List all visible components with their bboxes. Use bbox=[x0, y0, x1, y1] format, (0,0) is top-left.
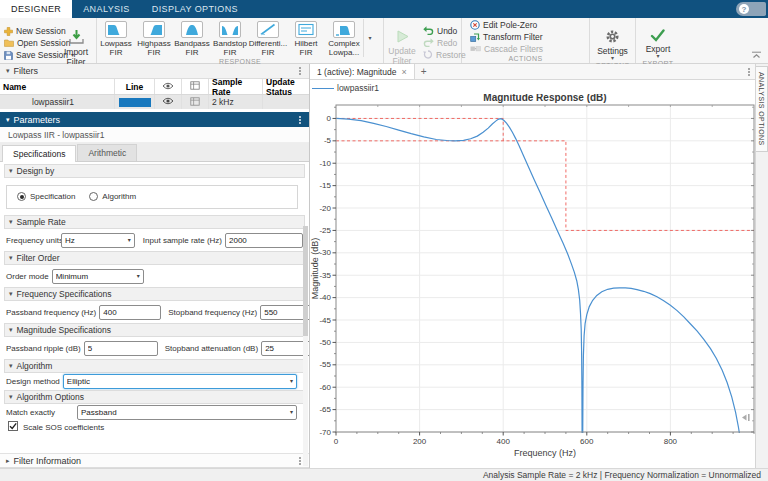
response-gallery-dropdown[interactable]: ▾ bbox=[363, 19, 376, 57]
expand-chevron-icon: ▸ bbox=[6, 457, 10, 465]
filter-information-header[interactable]: ▸ Filter Information bbox=[0, 453, 309, 468]
magnitude-plot-tab[interactable]: 1 (active): Magnitude × bbox=[310, 64, 415, 79]
restore-button[interactable]: Restore bbox=[421, 49, 468, 60]
svg-text:-5: -5 bbox=[324, 136, 332, 145]
help-icon: ? bbox=[739, 4, 749, 14]
filter-table-row[interactable]: lowpassiir1 2 kHz bbox=[0, 95, 309, 109]
col-visibility[interactable] bbox=[155, 79, 182, 94]
plot-tabbar: 1 (active): Magnitude × + bbox=[310, 64, 755, 80]
section-sample-rate[interactable]: ▾ Sample Rate bbox=[4, 215, 305, 229]
bandpass-fir-button[interactable]: Bandpass FIR bbox=[173, 19, 211, 57]
design-method-combo[interactable]: Elliptic ▾ bbox=[63, 374, 297, 389]
toolstrip: New Session Open Session Save Session bbox=[0, 18, 768, 64]
edit-pole-zero-button[interactable]: Edit Pole-Zero bbox=[468, 19, 545, 30]
collapse-chevron-icon: ▾ bbox=[6, 67, 10, 75]
hilbert-fir-button[interactable]: Hilbert FIR bbox=[287, 19, 325, 57]
redo-button[interactable]: Redo bbox=[421, 37, 468, 48]
highpass-fir-button[interactable]: Highpass FIR bbox=[135, 19, 173, 57]
col-name[interactable]: Name bbox=[0, 79, 115, 94]
eye-icon bbox=[162, 97, 174, 107]
line-color-swatch[interactable] bbox=[119, 98, 151, 107]
match-exactly-label: Match exactly bbox=[6, 408, 74, 417]
col-annotation[interactable] bbox=[182, 79, 209, 94]
actions-section: Edit Pole-Zero Transform Filter Cascade … bbox=[462, 18, 590, 63]
order-mode-combo[interactable]: Minimum ▾ bbox=[52, 269, 144, 284]
passband-frequency-field[interactable] bbox=[99, 305, 161, 320]
transform-filter-button[interactable]: Transform Filter bbox=[468, 31, 545, 42]
section-algorithm-options[interactable]: ▾ Algorithm Options bbox=[4, 390, 305, 404]
svg-text:-15: -15 bbox=[319, 181, 331, 190]
undo-button[interactable]: Undo bbox=[421, 25, 468, 36]
export-button[interactable]: Export ▾ bbox=[642, 19, 675, 59]
new-session-button[interactable]: New Session bbox=[2, 26, 58, 37]
complex-lowpass-button[interactable]: Complex Lowpa... bbox=[325, 19, 363, 57]
parameters-menu-icon[interactable] bbox=[296, 116, 303, 124]
annotation-toggle[interactable] bbox=[182, 95, 209, 109]
section-filter-order[interactable]: ▾ Filter Order bbox=[4, 251, 305, 265]
cascade-filters-button[interactable]: Cascade Filters bbox=[468, 43, 545, 54]
tab-designer[interactable]: DESIGNER bbox=[0, 0, 72, 18]
frequency-units-label: Frequency units bbox=[6, 236, 58, 245]
actions-caption: ACTIONS bbox=[462, 54, 589, 64]
filter-order-row: Order mode Minimum ▾ bbox=[0, 265, 309, 287]
chevron-down-icon: ▾ bbox=[290, 410, 293, 415]
new-session-icon bbox=[4, 27, 13, 36]
filters-panel-header[interactable]: ▾ Filters bbox=[0, 64, 309, 79]
differentiator-fir-button[interactable]: Differenti... FIR bbox=[249, 19, 287, 57]
radio-algorithm[interactable]: Algorithm bbox=[89, 192, 136, 201]
magnitude-response-plot[interactable]: 02004006008000-5-10-15-20-25-30-35-40-45… bbox=[310, 94, 755, 468]
help-button[interactable]: ? bbox=[736, 2, 766, 16]
import-filter-icon bbox=[68, 19, 85, 47]
passband-ripple-label: Passband ripple (dB) bbox=[6, 344, 81, 353]
minimize-panel-icon[interactable] bbox=[741, 413, 751, 424]
magnitude-specs-row: Passband ripple (dB) Stopband attenuatio… bbox=[0, 337, 309, 359]
filter-sample-rate: 2 kHz bbox=[209, 95, 263, 109]
passband-ripple-field[interactable] bbox=[84, 341, 158, 356]
svg-text:-55: -55 bbox=[319, 360, 331, 369]
open-session-button[interactable]: Open Session bbox=[2, 38, 58, 49]
close-tab-icon[interactable]: × bbox=[401, 67, 406, 77]
col-update-status[interactable]: Update Status bbox=[263, 79, 309, 94]
lowpass-fir-button[interactable]: Lowpass FIR bbox=[97, 19, 135, 57]
tab-specifications[interactable]: Specifications bbox=[2, 145, 76, 162]
tab-display-options[interactable]: DISPLAY OPTIONS bbox=[141, 0, 249, 18]
filter-information-menu-icon[interactable] bbox=[296, 457, 303, 465]
visibility-toggle[interactable] bbox=[155, 95, 182, 109]
col-line[interactable]: Line bbox=[115, 79, 155, 94]
section-frequency-specifications[interactable]: ▾ Frequency Specifications bbox=[4, 287, 305, 301]
bandstop-fir-button[interactable]: Bandstop FIR bbox=[211, 19, 249, 57]
parameters-scrollbar[interactable] bbox=[303, 226, 308, 466]
svg-text:-65: -65 bbox=[319, 405, 331, 414]
frequency-units-combo[interactable]: Hz ▾ bbox=[61, 233, 135, 248]
plot-menu-icon[interactable] bbox=[745, 68, 752, 76]
plot-legend: lowpassiir1 bbox=[312, 82, 379, 94]
scale-sos-checkbox[interactable] bbox=[8, 421, 18, 433]
match-exactly-combo[interactable]: Passband ▾ bbox=[77, 405, 297, 420]
filters-menu-icon[interactable] bbox=[296, 67, 303, 75]
section-magnitude-specifications[interactable]: ▾ Magnitude Specifications bbox=[4, 323, 305, 337]
response-gallery: Lowpass FIR Highpass FIR Bandpass FIR Ba… bbox=[97, 19, 363, 57]
tab-analysis[interactable]: ANALYSIS bbox=[72, 0, 141, 18]
section-design-by[interactable]: ▾ Design by bbox=[4, 164, 305, 178]
update-filter-button[interactable]: Update Filter bbox=[386, 19, 418, 66]
parameters-panel-header[interactable]: ▾ Parameters bbox=[0, 112, 309, 127]
annotation-icon bbox=[190, 81, 200, 92]
algorithm-row: Design method Elliptic ▾ bbox=[0, 373, 309, 390]
collapse-toolstrip-button[interactable] bbox=[751, 51, 762, 61]
import-filter-button[interactable]: Import Filter bbox=[58, 19, 94, 67]
chevron-down-icon: ▾ bbox=[128, 238, 131, 243]
status-bar: Analysis Sample Rate = 2 kHz | Frequency… bbox=[0, 468, 768, 481]
radio-specification[interactable]: Specification bbox=[17, 192, 75, 201]
tab-arithmetic[interactable]: Arithmetic bbox=[77, 144, 137, 161]
save-session-button[interactable]: Save Session ▾ bbox=[2, 50, 58, 61]
input-sample-rate-field[interactable] bbox=[225, 233, 303, 248]
new-plot-tab-button[interactable]: + bbox=[415, 64, 433, 79]
svg-text:400: 400 bbox=[497, 437, 511, 446]
analysis-options-tab[interactable]: ANALYSIS OPTIONS bbox=[756, 66, 768, 152]
col-sample-rate[interactable]: Sample Rate bbox=[209, 79, 263, 94]
section-algorithm[interactable]: ▾ Algorithm bbox=[4, 359, 305, 373]
radio-selected-icon bbox=[17, 192, 26, 201]
settings-button[interactable]: Settings ▾ bbox=[593, 19, 632, 61]
scale-sos-label: Scale SOS coefficients bbox=[23, 423, 104, 432]
stopband-frequency-label: Stopband frequency (Hz) bbox=[168, 308, 257, 317]
